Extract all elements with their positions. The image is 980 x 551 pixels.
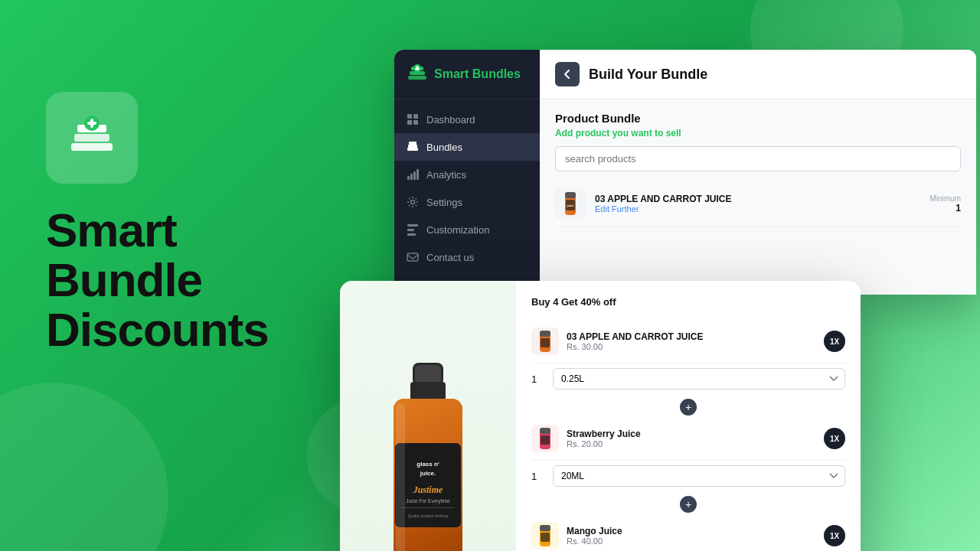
sidebar-item-bundles[interactable]: Bundles — [394, 133, 540, 161]
qty-badge-2: 1X — [824, 428, 845, 449]
search-products-input[interactable] — [555, 146, 961, 171]
svg-rect-26 — [407, 233, 416, 236]
plus-divider-1: + — [531, 397, 845, 417]
section-sublabel: Add product you want to sell — [555, 128, 961, 139]
popup-right: Buy 4 Get 40% off 03 APPLE AND CARROT JU… — [516, 281, 861, 551]
min-label: Minimum — [929, 194, 961, 203]
bundle-product-row-3: Mango Juice Rs. 40.00 1X — [531, 514, 845, 551]
svg-rect-19 — [407, 176, 410, 180]
svg-rect-20 — [410, 174, 413, 180]
sidebar-item-dashboard-label: Dashboard — [426, 114, 475, 126]
svg-rect-49 — [540, 428, 550, 434]
svg-text:juice.: juice. — [420, 470, 436, 477]
content-header: Build Your Bundle — [540, 50, 976, 99]
svg-rect-34 — [410, 382, 446, 401]
variant-row-2: 1 20ML 50ML 100ML — [531, 461, 845, 494]
qty-num-2: 1 — [531, 471, 547, 482]
sidebar-logo-text: Smart Bundles — [434, 67, 521, 81]
sidebar-item-analytics-label: Analytics — [426, 169, 466, 181]
content-body: Product Bundle Add product you want to s… — [540, 99, 976, 240]
back-button[interactable] — [555, 62, 580, 86]
juice-bottle-svg: glass n' juice. Justime Juice For Everyt… — [371, 359, 485, 552]
sidebar-item-dashboard[interactable]: Dashboard — [394, 106, 540, 133]
svg-rect-16 — [407, 148, 418, 151]
bundles-icon — [407, 141, 419, 153]
app-icon-svg — [65, 111, 119, 165]
bundle-thumb-1 — [531, 328, 559, 355]
bundle-product-price-2: Rs. 20.00 — [567, 439, 816, 448]
sidebar-item-bundles-label: Bundles — [426, 142, 462, 153]
svg-text:glass n': glass n' — [416, 461, 439, 468]
sidebar-item-settings[interactable]: Settings — [394, 188, 540, 216]
product-edit-link[interactable]: Edit Further — [595, 204, 920, 214]
sidebar-item-contact[interactable]: Contact us — [394, 243, 540, 271]
svg-rect-12 — [407, 114, 412, 119]
bundle-tag: Buy 4 Get 40% off — [531, 296, 845, 308]
variant-select-2[interactable]: 20ML 50ML 100ML — [553, 465, 845, 487]
bundle-thumb-3 — [531, 522, 559, 549]
plus-divider-2: + — [531, 494, 845, 514]
minimum-label-section: Minimum 1 — [929, 194, 961, 214]
popup-left: glass n' juice. Justime Juice For Everyt… — [340, 281, 516, 551]
svg-rect-25 — [407, 229, 414, 231]
svg-rect-44 — [396, 403, 405, 552]
hero-title: Smart Bundle Discounts — [46, 205, 337, 354]
plus-circle-2: + — [680, 496, 697, 513]
customization-icon — [407, 223, 419, 236]
svg-rect-1 — [74, 134, 109, 142]
svg-rect-24 — [407, 224, 418, 227]
page-title: Build Your Bundle — [589, 67, 707, 83]
min-value: 1 — [929, 203, 961, 214]
svg-text:Quality product mockup: Quality product mockup — [408, 514, 449, 518]
settings-icon — [407, 196, 419, 208]
svg-rect-11 — [415, 68, 420, 70]
sidebar-nav: Dashboard Bundles Analytics — [394, 99, 540, 295]
svg-text:juice: juice — [566, 204, 574, 207]
sidebar-item-customization[interactable]: Customization — [394, 216, 540, 243]
variant-row-1: 1 0.25L 0.5L 1L — [531, 364, 845, 397]
product-thumbnail: juice — [555, 188, 586, 219]
juice-thumb-icon: juice — [559, 191, 582, 217]
product-name: 03 APPLE AND CARROT JUICE — [595, 194, 920, 204]
svg-rect-21 — [413, 171, 416, 180]
bundle-product-row-1: 03 APPLE AND CARROT JUICE Rs. 30.00 1X — [531, 320, 845, 364]
svg-rect-14 — [407, 120, 412, 125]
analytics-icon — [407, 168, 419, 181]
svg-rect-33 — [415, 365, 441, 383]
bundle-product-name-1: 03 APPLE AND CARROT JUICE — [567, 331, 816, 342]
bundle-product-info-2: Strawberry Juice Rs. 20.00 — [567, 429, 816, 448]
sidebar-item-settings-label: Settings — [426, 197, 462, 208]
svg-rect-47 — [541, 338, 550, 347]
svg-rect-50 — [541, 435, 550, 445]
left-section: Smart Bundle Discounts — [46, 92, 337, 354]
svg-rect-42 — [401, 507, 455, 508]
sidebar: Smart Bundles Dashboard Bundles — [394, 50, 540, 295]
contact-icon — [407, 251, 419, 263]
svg-rect-22 — [416, 169, 419, 180]
svg-rect-5 — [87, 122, 96, 125]
app-window: Smart Bundles Dashboard Bundles — [394, 50, 976, 295]
bundle-product-row-2: Strawberry Juice Rs. 20.00 1X — [531, 417, 845, 461]
svg-rect-6 — [408, 76, 426, 80]
sidebar-logo-icon — [407, 64, 428, 85]
product-info: 03 APPLE AND CARROT JUICE Edit Further — [595, 194, 920, 214]
qty-badge-1: 1X — [824, 331, 845, 352]
main-content: Build Your Bundle Product Bundle Add pro… — [540, 50, 976, 295]
product-row: juice 03 APPLE AND CARROT JUICE Edit Fur… — [555, 181, 961, 227]
sidebar-logo: Smart Bundles — [394, 50, 540, 99]
qty-num-1: 1 — [531, 373, 547, 385]
product1-thumb-icon — [535, 330, 555, 353]
bundle-product-price-1: Rs. 30.00 — [567, 342, 816, 351]
variant-select-1[interactable]: 0.25L 0.5L 1L — [553, 368, 845, 390]
svg-rect-13 — [413, 114, 418, 119]
svg-rect-29 — [565, 192, 576, 198]
svg-rect-52 — [540, 525, 550, 531]
svg-rect-17 — [408, 145, 417, 148]
svg-rect-15 — [413, 120, 418, 125]
sidebar-item-analytics[interactable]: Analytics — [394, 161, 540, 188]
svg-point-23 — [411, 201, 415, 204]
svg-rect-46 — [540, 331, 550, 337]
bundle-product-price-3: Rs. 40.00 — [567, 536, 816, 546]
svg-text:Justime: Justime — [413, 484, 443, 495]
section-label: Product Bundle — [555, 112, 961, 125]
